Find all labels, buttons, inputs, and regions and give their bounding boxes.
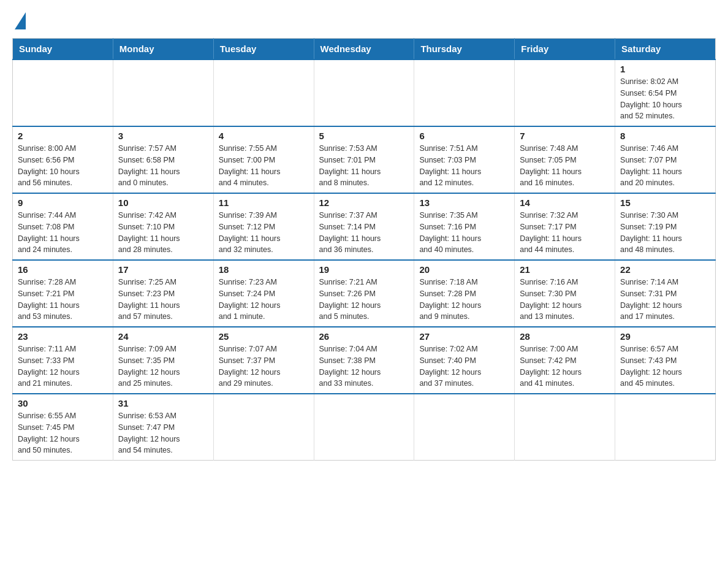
day-info: Sunrise: 7:51 AMSunset: 7:03 PMDaylight:… bbox=[419, 143, 509, 189]
day-info: Sunrise: 7:37 AMSunset: 7:14 PMDaylight:… bbox=[319, 210, 409, 256]
calendar-cell: 17Sunrise: 7:25 AMSunset: 7:23 PMDayligh… bbox=[113, 260, 213, 327]
calendar-cell bbox=[113, 59, 213, 126]
day-info: Sunrise: 7:11 AMSunset: 7:33 PMDaylight:… bbox=[18, 343, 108, 389]
day-info: Sunrise: 7:16 AMSunset: 7:30 PMDaylight:… bbox=[520, 277, 610, 323]
day-number: 12 bbox=[319, 197, 409, 208]
day-number: 16 bbox=[18, 264, 108, 275]
day-number: 27 bbox=[419, 331, 509, 342]
day-number: 23 bbox=[18, 331, 108, 342]
day-info: Sunrise: 7:55 AMSunset: 7:00 PMDaylight:… bbox=[219, 143, 309, 189]
day-number: 13 bbox=[419, 197, 509, 208]
calendar-cell bbox=[615, 394, 716, 461]
calendar-cell: 26Sunrise: 7:04 AMSunset: 7:38 PMDayligh… bbox=[314, 327, 414, 394]
calendar-cell bbox=[314, 59, 414, 126]
day-info: Sunrise: 7:25 AMSunset: 7:23 PMDaylight:… bbox=[118, 277, 208, 323]
day-number: 21 bbox=[520, 264, 610, 275]
day-number: 29 bbox=[620, 331, 710, 342]
day-number: 5 bbox=[319, 131, 409, 141]
day-info: Sunrise: 6:57 AMSunset: 7:43 PMDaylight:… bbox=[620, 343, 710, 389]
day-number: 31 bbox=[118, 398, 208, 408]
day-number: 6 bbox=[419, 131, 509, 141]
calendar-cell: 14Sunrise: 7:32 AMSunset: 7:17 PMDayligh… bbox=[515, 193, 615, 260]
day-number: 30 bbox=[18, 398, 108, 408]
calendar-cell bbox=[314, 394, 414, 461]
day-info: Sunrise: 7:14 AMSunset: 7:31 PMDaylight:… bbox=[620, 277, 710, 323]
column-header-thursday: Thursday bbox=[414, 39, 515, 60]
day-info: Sunrise: 7:46 AMSunset: 7:07 PMDaylight:… bbox=[620, 143, 710, 189]
calendar-cell: 25Sunrise: 7:07 AMSunset: 7:37 PMDayligh… bbox=[213, 327, 314, 394]
calendar-cell: 31Sunrise: 6:53 AMSunset: 7:47 PMDayligh… bbox=[113, 394, 213, 461]
calendar-cell: 4Sunrise: 7:55 AMSunset: 7:00 PMDaylight… bbox=[213, 126, 314, 193]
page-header bbox=[12, 12, 716, 28]
day-number: 15 bbox=[620, 197, 710, 208]
calendar-week-row: 9Sunrise: 7:44 AMSunset: 7:08 PMDaylight… bbox=[13, 193, 716, 260]
calendar-cell: 27Sunrise: 7:02 AMSunset: 7:40 PMDayligh… bbox=[414, 327, 515, 394]
calendar-cell: 18Sunrise: 7:23 AMSunset: 7:24 PMDayligh… bbox=[213, 260, 314, 327]
day-number: 28 bbox=[520, 331, 610, 342]
day-number: 26 bbox=[319, 331, 409, 342]
calendar-week-row: 30Sunrise: 6:55 AMSunset: 7:45 PMDayligh… bbox=[13, 394, 716, 461]
calendar-cell bbox=[515, 59, 615, 126]
day-info: Sunrise: 7:39 AMSunset: 7:12 PMDaylight:… bbox=[219, 210, 309, 256]
calendar-cell: 20Sunrise: 7:18 AMSunset: 7:28 PMDayligh… bbox=[414, 260, 515, 327]
calendar-cell: 5Sunrise: 7:53 AMSunset: 7:01 PMDaylight… bbox=[314, 126, 414, 193]
day-info: Sunrise: 7:35 AMSunset: 7:16 PMDaylight:… bbox=[419, 210, 509, 256]
calendar-cell: 7Sunrise: 7:48 AMSunset: 7:05 PMDaylight… bbox=[515, 126, 615, 193]
calendar-cell bbox=[213, 59, 314, 126]
calendar-cell bbox=[13, 59, 113, 126]
calendar-cell: 1Sunrise: 8:02 AMSunset: 6:54 PMDaylight… bbox=[615, 59, 716, 126]
calendar-cell: 24Sunrise: 7:09 AMSunset: 7:35 PMDayligh… bbox=[113, 327, 213, 394]
calendar-cell: 10Sunrise: 7:42 AMSunset: 7:10 PMDayligh… bbox=[113, 193, 213, 260]
calendar-cell: 11Sunrise: 7:39 AMSunset: 7:12 PMDayligh… bbox=[213, 193, 314, 260]
day-info: Sunrise: 7:21 AMSunset: 7:26 PMDaylight:… bbox=[319, 277, 409, 323]
day-info: Sunrise: 6:55 AMSunset: 7:45 PMDaylight:… bbox=[18, 410, 108, 456]
column-header-saturday: Saturday bbox=[615, 39, 716, 60]
day-info: Sunrise: 7:53 AMSunset: 7:01 PMDaylight:… bbox=[319, 143, 409, 189]
calendar-cell: 13Sunrise: 7:35 AMSunset: 7:16 PMDayligh… bbox=[414, 193, 515, 260]
day-info: Sunrise: 7:44 AMSunset: 7:08 PMDaylight:… bbox=[18, 210, 108, 256]
day-info: Sunrise: 7:00 AMSunset: 7:42 PMDaylight:… bbox=[520, 343, 610, 389]
calendar-cell bbox=[414, 59, 515, 126]
day-number: 18 bbox=[219, 264, 309, 275]
calendar-cell: 3Sunrise: 7:57 AMSunset: 6:58 PMDaylight… bbox=[113, 126, 213, 193]
day-number: 20 bbox=[419, 264, 509, 275]
calendar-body: 1Sunrise: 8:02 AMSunset: 6:54 PMDaylight… bbox=[13, 59, 716, 461]
day-info: Sunrise: 7:57 AMSunset: 6:58 PMDaylight:… bbox=[118, 143, 208, 189]
day-number: 22 bbox=[620, 264, 710, 275]
day-info: Sunrise: 7:30 AMSunset: 7:19 PMDaylight:… bbox=[620, 210, 710, 256]
calendar-cell bbox=[213, 394, 314, 461]
day-info: Sunrise: 7:18 AMSunset: 7:28 PMDaylight:… bbox=[419, 277, 509, 323]
calendar-cell: 29Sunrise: 6:57 AMSunset: 7:43 PMDayligh… bbox=[615, 327, 716, 394]
day-info: Sunrise: 7:07 AMSunset: 7:37 PMDaylight:… bbox=[219, 343, 309, 389]
day-info: Sunrise: 7:32 AMSunset: 7:17 PMDaylight:… bbox=[520, 210, 610, 256]
day-number: 2 bbox=[18, 131, 108, 141]
day-info: Sunrise: 8:02 AMSunset: 6:54 PMDaylight:… bbox=[620, 76, 710, 122]
column-header-sunday: Sunday bbox=[13, 39, 113, 60]
calendar-cell: 23Sunrise: 7:11 AMSunset: 7:33 PMDayligh… bbox=[13, 327, 113, 394]
day-info: Sunrise: 7:04 AMSunset: 7:38 PMDaylight:… bbox=[319, 343, 409, 389]
day-header-row: SundayMondayTuesdayWednesdayThursdayFrid… bbox=[13, 39, 716, 60]
calendar-cell: 21Sunrise: 7:16 AMSunset: 7:30 PMDayligh… bbox=[515, 260, 615, 327]
column-header-monday: Monday bbox=[113, 39, 213, 60]
calendar-cell: 16Sunrise: 7:28 AMSunset: 7:21 PMDayligh… bbox=[13, 260, 113, 327]
calendar-header: SundayMondayTuesdayWednesdayThursdayFrid… bbox=[13, 39, 716, 60]
calendar-cell: 6Sunrise: 7:51 AMSunset: 7:03 PMDaylight… bbox=[414, 126, 515, 193]
calendar-cell: 2Sunrise: 8:00 AMSunset: 6:56 PMDaylight… bbox=[13, 126, 113, 193]
column-header-wednesday: Wednesday bbox=[314, 39, 414, 60]
calendar-cell bbox=[414, 394, 515, 461]
day-info: Sunrise: 7:48 AMSunset: 7:05 PMDaylight:… bbox=[520, 143, 610, 189]
calendar-cell bbox=[515, 394, 615, 461]
calendar-cell: 30Sunrise: 6:55 AMSunset: 7:45 PMDayligh… bbox=[13, 394, 113, 461]
day-number: 25 bbox=[219, 331, 309, 342]
day-number: 9 bbox=[18, 197, 108, 208]
day-info: Sunrise: 7:42 AMSunset: 7:10 PMDaylight:… bbox=[118, 210, 208, 256]
calendar-cell: 28Sunrise: 7:00 AMSunset: 7:42 PMDayligh… bbox=[515, 327, 615, 394]
day-number: 7 bbox=[520, 131, 610, 141]
calendar-week-row: 1Sunrise: 8:02 AMSunset: 6:54 PMDaylight… bbox=[13, 59, 716, 126]
day-number: 19 bbox=[319, 264, 409, 275]
day-info: Sunrise: 6:53 AMSunset: 7:47 PMDaylight:… bbox=[118, 410, 208, 456]
calendar-cell: 22Sunrise: 7:14 AMSunset: 7:31 PMDayligh… bbox=[615, 260, 716, 327]
day-number: 4 bbox=[219, 131, 309, 141]
calendar-week-row: 2Sunrise: 8:00 AMSunset: 6:56 PMDaylight… bbox=[13, 126, 716, 193]
calendar-week-row: 23Sunrise: 7:11 AMSunset: 7:33 PMDayligh… bbox=[13, 327, 716, 394]
